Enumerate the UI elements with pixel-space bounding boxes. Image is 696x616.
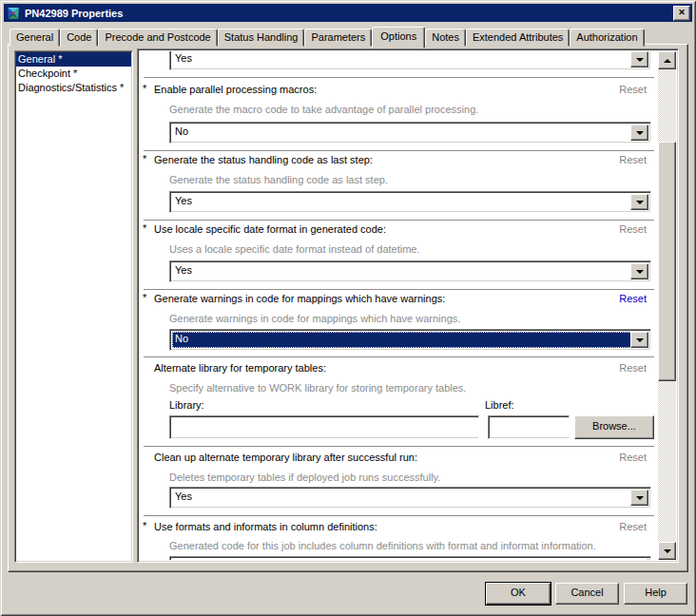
option-title: Alternate library for temporary tables: — [154, 362, 326, 374]
combo-value[interactable] — [172, 559, 632, 560]
combo-value[interactable]: No — [172, 332, 632, 348]
chevron-down-icon[interactable] — [630, 559, 648, 560]
library-field-box — [169, 415, 479, 439]
required-asterisk: * — [143, 292, 146, 304]
scroll-up-icon[interactable] — [658, 51, 676, 69]
reset-link: Reset — [619, 84, 647, 96]
required-asterisk: * — [143, 153, 146, 165]
section-divider — [144, 289, 654, 290]
option-description: Generate the status handling code as las… — [169, 174, 648, 187]
option-title: Generate warnings in code for mappings w… — [154, 293, 445, 304]
reset-link[interactable]: Reset — [619, 293, 647, 305]
status-handling-last-step-combo[interactable]: Yes — [169, 191, 651, 213]
reset-link: Reset — [619, 362, 647, 375]
app-icon — [6, 6, 21, 21]
locale-date-format-combo[interactable]: Yes — [169, 260, 651, 282]
option-title: Enable parallel processing macros: — [154, 84, 317, 95]
top-partial-combo[interactable]: Yes — [169, 51, 651, 70]
library-label: Library: — [169, 399, 204, 412]
libref-input[interactable] — [491, 418, 570, 436]
parallel-processing-combo[interactable]: No — [169, 122, 651, 144]
options-panel: Yes * Enable parallel processing macros:… — [137, 48, 679, 563]
cleanup-temp-library-combo[interactable]: Yes — [169, 487, 651, 509]
generate-warnings-combo[interactable]: No — [169, 329, 651, 351]
reset-link: Reset — [619, 154, 647, 166]
option-description: Uses a locale specific date format inste… — [169, 243, 648, 257]
option-title: Use formats and informats in column defi… — [154, 521, 377, 532]
section-divider — [144, 77, 654, 78]
combo-value[interactable]: No — [172, 125, 632, 141]
section-divider — [144, 515, 654, 516]
option-description: Generate warnings in code for mappings w… — [169, 313, 648, 326]
tab-precode-and-postcode[interactable]: Precode and Postcode — [98, 29, 217, 47]
sidebar-item-general[interactable]: General * — [16, 52, 131, 67]
combo-value[interactable]: Yes — [172, 194, 632, 210]
category-listbox: General * Checkpoint * Diagnostics/Stati… — [14, 50, 133, 563]
sidebar-item-checkpoint[interactable]: Checkpoint * — [16, 67, 131, 81]
tab-parameters[interactable]: Parameters — [304, 29, 372, 47]
reset-link: Reset — [619, 521, 647, 533]
option-description: Deletes temporary tables if deployed job… — [169, 472, 648, 485]
tab-authorization[interactable]: Authorization — [570, 29, 644, 47]
tab-code[interactable]: Code — [60, 29, 98, 47]
chevron-down-icon[interactable] — [630, 194, 648, 210]
section-divider — [144, 150, 654, 151]
combo-value[interactable]: Yes — [172, 490, 632, 506]
chevron-down-icon[interactable] — [630, 263, 648, 279]
required-asterisk: * — [143, 520, 146, 532]
ok-button[interactable]: OK — [486, 583, 551, 605]
cancel-button[interactable]: Cancel — [555, 583, 619, 605]
options-tab-page: General * Checkpoint * Diagnostics/Stati… — [8, 44, 688, 572]
scrollbar-thumb[interactable] — [658, 142, 676, 381]
browse-button[interactable]: Browse... — [574, 415, 654, 439]
vertical-scrollbar[interactable] — [658, 51, 676, 560]
tab-options[interactable]: Options — [372, 27, 425, 48]
chevron-down-icon[interactable] — [630, 125, 648, 141]
option-description: Generated code for this job includes col… — [169, 540, 648, 553]
option-title: Generate the status handling code as las… — [154, 154, 373, 165]
chevron-down-icon[interactable] — [630, 490, 648, 506]
window-title: PN42989 Properties — [25, 8, 673, 19]
required-asterisk: * — [143, 222, 146, 235]
libref-label: Libref: — [485, 399, 514, 412]
close-icon[interactable]: ✕ — [673, 6, 690, 21]
properties-dialog: PN42989 Properties ✕ General Code Precod… — [0, 0, 696, 616]
reset-link: Reset — [619, 223, 647, 236]
chevron-down-icon[interactable] — [630, 332, 648, 348]
option-title: Use locale specific date format in gener… — [154, 223, 386, 235]
section-divider — [144, 446, 654, 447]
chevron-down-icon[interactable] — [630, 51, 648, 67]
tab-strip: General Code Precode and Postcode Status… — [10, 27, 645, 48]
required-asterisk: * — [143, 83, 146, 95]
section-divider — [144, 220, 654, 221]
tab-notes[interactable]: Notes — [425, 29, 466, 47]
sidebar-item-diagnostics-statistics[interactable]: Diagnostics/Statistics * — [16, 81, 131, 95]
top-partial-combo-value[interactable]: Yes — [172, 51, 632, 67]
library-input[interactable] — [172, 418, 480, 436]
tab-general[interactable]: General — [10, 29, 60, 47]
tab-extended-attributes[interactable]: Extended Attributes — [466, 29, 570, 47]
tab-status-handling[interactable]: Status Handling — [218, 29, 305, 47]
libref-field-box — [488, 415, 570, 439]
title-bar[interactable]: PN42989 Properties ✕ — [4, 4, 692, 22]
options-scroll-content: Yes * Enable parallel processing macros:… — [140, 51, 658, 560]
option-description: Generate the macro code to take advantag… — [169, 104, 648, 117]
combo-value[interactable]: Yes — [172, 263, 632, 279]
help-button[interactable]: Help — [624, 583, 687, 605]
option-description: Specify alternative to WORK library for … — [169, 382, 648, 395]
scroll-down-icon[interactable] — [658, 542, 676, 560]
option-title: Clean up alternate temporary library aft… — [154, 452, 417, 463]
formats-informats-combo[interactable] — [169, 556, 651, 560]
section-divider — [144, 356, 654, 357]
reset-link: Reset — [619, 452, 647, 464]
